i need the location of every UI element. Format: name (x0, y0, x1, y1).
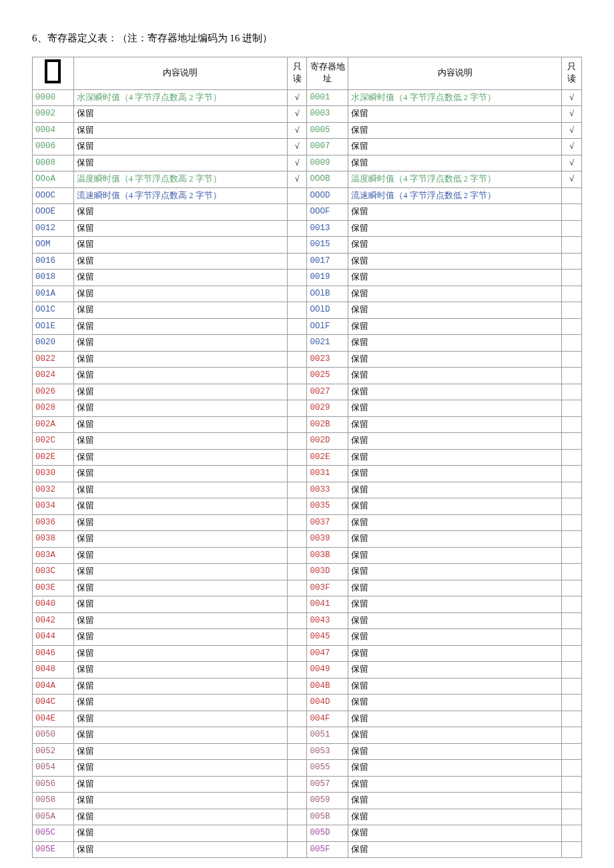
register-description: 保留 (73, 400, 287, 417)
register-description: 保留 (348, 335, 562, 352)
register-description: 保留 (73, 122, 287, 139)
register-readonly (562, 612, 582, 629)
register-description: 保留 (348, 155, 562, 171)
table-row: 0058保留0059保留 (33, 793, 582, 809)
table-row: 0000水深瞬时值（4 字节浮点数高 2 字节）√0001水深瞬时值（4 字节浮… (33, 89, 582, 106)
register-readonly (562, 580, 582, 596)
register-description: 保留 (348, 237, 562, 254)
register-address: 004F (307, 711, 348, 727)
register-address: 0046 (33, 645, 74, 662)
register-readonly (562, 368, 582, 384)
register-readonly (562, 629, 582, 646)
header-desc-1: 内容说明 (73, 57, 287, 90)
register-address: 0006 (33, 139, 74, 155)
table-row: 0032保留0033保留 (33, 482, 582, 498)
register-readonly (562, 531, 582, 548)
register-description: 保留 (348, 841, 562, 858)
table-row: 0028保留0029保留 (33, 400, 582, 417)
table-row: 004E保留004F保留 (33, 711, 582, 727)
register-address: 0057 (307, 776, 348, 793)
register-readonly: √ (562, 171, 582, 188)
register-address: OOOB (307, 171, 348, 188)
register-description: 保留 (348, 629, 562, 646)
register-address: 003B (307, 547, 348, 564)
register-address: 005E (33, 841, 74, 858)
register-address: 003D (307, 564, 348, 580)
register-address: 0040 (33, 596, 74, 613)
register-address: 0030 (33, 466, 74, 482)
register-address: 0039 (307, 531, 348, 548)
register-address: 0032 (33, 482, 74, 498)
register-readonly (562, 253, 582, 270)
register-description: 保留 (73, 612, 287, 629)
register-address: 003A (33, 547, 74, 564)
register-readonly (287, 237, 307, 254)
header-addr-2: 寄存器地址 (307, 57, 348, 90)
table-row: 0048保留0049保留 (33, 662, 582, 679)
register-description: 保留 (73, 629, 287, 646)
register-readonly: √ (562, 106, 582, 123)
table-row: 005C保留005D保留 (33, 825, 582, 842)
register-description: 保留 (348, 351, 562, 368)
register-readonly (287, 286, 307, 302)
register-address: 005C (33, 825, 74, 842)
register-address: 0029 (307, 400, 348, 417)
table-row: 0038保留0039保留 (33, 531, 582, 548)
table-row: 005E保留005F保留 (33, 841, 582, 858)
register-description: 保留 (73, 776, 287, 793)
register-readonly (562, 760, 582, 777)
table-row: OOoA温度瞬时值（4 字节浮点数高 2 字节）√OOOB温度瞬时值（4 字节浮… (33, 171, 582, 188)
register-address: 0013 (307, 220, 348, 237)
register-readonly (562, 351, 582, 368)
table-row: 003C保留003D保留 (33, 564, 582, 580)
register-readonly (287, 825, 307, 842)
register-readonly (287, 498, 307, 515)
register-readonly (287, 743, 307, 760)
register-readonly (562, 514, 582, 531)
register-description: 保留 (348, 433, 562, 450)
register-address: 002E (307, 449, 348, 466)
register-readonly (287, 466, 307, 482)
register-readonly (562, 547, 582, 564)
register-address: 0002 (33, 106, 74, 123)
header-desc-2: 内容说明 (348, 57, 562, 90)
table-row: 003A保留003B保留 (33, 547, 582, 564)
register-description: 保留 (348, 400, 562, 417)
register-description: 保留 (348, 253, 562, 270)
register-address: 0059 (307, 793, 348, 809)
register-description: 保留 (348, 793, 562, 809)
register-description: 保留 (73, 204, 287, 221)
register-address: 0017 (307, 253, 348, 270)
register-description: 保留 (73, 106, 287, 123)
register-readonly: √ (562, 89, 582, 106)
table-row: OOM保留0015保留 (33, 237, 582, 254)
table-row: OOlC保留OOlD保留 (33, 302, 582, 319)
register-description: 流速瞬时值（4 字节浮点数高 2 字节） (73, 187, 287, 204)
table-row: 0012保留0013保留 (33, 220, 582, 237)
register-readonly (562, 825, 582, 842)
register-readonly (562, 270, 582, 286)
register-address: 0012 (33, 220, 74, 237)
register-description: 保留 (73, 270, 287, 286)
register-readonly (287, 351, 307, 368)
register-description: 保留 (348, 612, 562, 629)
register-readonly (287, 416, 307, 433)
register-address: OOoA (33, 171, 74, 188)
table-row: 002E保留002E保留 (33, 449, 582, 466)
register-readonly (287, 384, 307, 400)
register-description: 保留 (73, 547, 287, 564)
table-row: 0056保留0057保留 (33, 776, 582, 793)
register-description: 保留 (73, 662, 287, 679)
table-row: 0022保留0023保留 (33, 351, 582, 368)
register-address: 0037 (307, 514, 348, 531)
register-readonly (562, 449, 582, 466)
register-readonly (287, 776, 307, 793)
register-description: 保留 (348, 318, 562, 335)
register-address: 0025 (307, 368, 348, 384)
register-readonly (287, 400, 307, 417)
register-address: 0051 (307, 727, 348, 744)
register-readonly (562, 596, 582, 613)
register-address: 005A (33, 809, 74, 825)
register-address: 0056 (33, 776, 74, 793)
register-readonly (562, 793, 582, 809)
